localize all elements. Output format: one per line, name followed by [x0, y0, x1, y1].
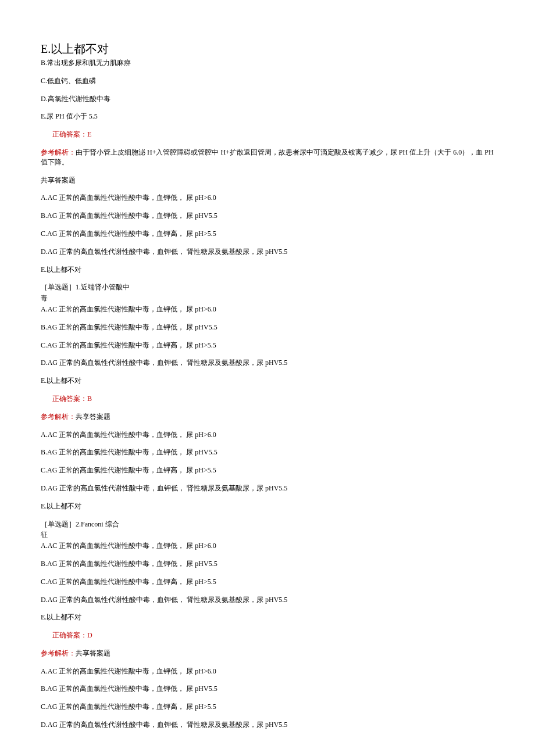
option-d: D.AG 正常的高血氯性代谢性酸中毒，血钾低， 肾性糖尿及氨基酸尿，尿 pHV5…	[41, 358, 494, 368]
correct-answer: 正确答案：E	[41, 130, 494, 139]
option-b: B.AG 正常的高血氯性代谢性酸中毒，血钾低， 尿 pHV5.5	[41, 323, 494, 332]
explanation-row: 参考解析：共享答案题	[41, 648, 494, 658]
option-d: D.AG 正常的高血氯性代谢性酸中毒，血钾低， 肾性糖尿及氨基酸尿，尿 pHV5…	[41, 720, 494, 730]
option-d: D.AG 正常的高血氯性代谢性酸中毒，血钾低， 肾性糖尿及氨基酸尿，尿 pHV5…	[41, 595, 494, 605]
question-title-cont: 征	[41, 530, 494, 540]
correct-answer: 正确答案：D	[41, 630, 494, 640]
header-large-text: E.以上都不对	[41, 41, 494, 57]
option-a: A.AC 正常的高血氯性代谢性酸中毒，血钾低， 尿 pH>6.0	[41, 541, 494, 551]
question-title: ［单选题］2.Fanconi 综合	[41, 519, 145, 529]
option-e: E.以上都不对	[41, 376, 494, 386]
question-title-cont: 毒	[41, 293, 494, 303]
option-c: C.AG 正常的高血氯性代谢性酸中毒，血钾高， 尿 pH>5.5	[41, 465, 494, 475]
option-b: B.常出现多尿和肌无力肌麻痹	[41, 58, 494, 68]
explanation-label: 参考解析：	[41, 649, 76, 657]
explanation-label: 参考解析：	[41, 413, 76, 421]
correct-answer: 正确答案：B	[41, 394, 494, 404]
explanation-text: 由于肾小管上皮细胞泌 H+入管腔障碍或管腔中 H+扩散返回管周，故患者尿中可滴定…	[41, 148, 494, 166]
shared-answer-label: 共享答案题	[41, 175, 494, 185]
option-e: E.尿 PH 值小于 5.5	[41, 112, 494, 121]
option-b: B.AG 正常的高血氯性代谢性酸中毒，血钾低， 尿 pHV5.5	[41, 447, 494, 457]
option-d: D.AG 正常的高血氯性代谢性酸中毒，血钾低， 肾性糖尿及氨基酸尿，尿 pHV5…	[41, 483, 494, 493]
option-c: C.AG 正常的高血氯性代谢性酸中毒，血钾高， 尿 pH>5.5	[41, 577, 494, 587]
option-e: E.以上都不对	[41, 612, 494, 622]
option-c: C.低血钙、低血磷	[41, 76, 494, 86]
option-e: E.以上都不对	[41, 501, 494, 511]
option-c: C.AG 正常的高血氯性代谢性酸中毒，血钾高， 尿 pH>5.5	[41, 229, 494, 239]
explanation-label: 参考解析：	[41, 148, 76, 156]
explanation-text: 共享答案题	[76, 649, 110, 657]
option-e: E.以上都不对	[41, 265, 494, 275]
question-title: ［单选题］1.近端肾小管酸中	[41, 282, 145, 292]
option-a: A.AC 正常的高血氯性代谢性酸中毒，血钾低， 尿 pH>6.0	[41, 430, 494, 440]
explanation-text: 共享答案题	[76, 413, 110, 421]
option-c: C.AG 正常的高血氯性代谢性酸中毒，血钾高， 尿 pH>5.5	[41, 341, 494, 350]
option-a: A.AC 正常的高血氯性代谢性酸中毒，血钾低， 尿 pH>6.0	[41, 304, 494, 314]
option-b: B.AG 正常的高血氯性代谢性酸中毒，血钾低， 尿 pHV5.5	[41, 211, 494, 221]
explanation-row: 参考解析：共享答案题	[41, 412, 494, 422]
option-a: A.AC 正常的高血氯性代谢性酸中毒，血钾低， 尿 pH>6.0	[41, 667, 494, 676]
option-a: A.AC 正常的高血氯性代谢性酸中毒，血钾低， 尿 pH>6.0	[41, 193, 494, 203]
option-d: D.高氯性代谢性酸中毒	[41, 94, 494, 104]
option-c: C.AG 正常的高血氯性代谢性酸中毒，血钾高， 尿 pH>5.5	[41, 702, 494, 712]
option-b: B.AG 正常的高血氯性代谢性酸中毒，血钾低， 尿 pHV5.5	[41, 559, 494, 569]
option-b: B.AG 正常的高血氯性代谢性酸中毒，血钾低， 尿 pHV5.5	[41, 684, 494, 694]
option-d: D.AG 正常的高血氯性代谢性酸中毒，血钾低， 肾性糖尿及氨基酸尿，尿 pHV5…	[41, 247, 494, 257]
explanation-row: 参考解析：由于肾小管上皮细胞泌 H+入管腔障碍或管腔中 H+扩散返回管周，故患者…	[41, 148, 494, 167]
